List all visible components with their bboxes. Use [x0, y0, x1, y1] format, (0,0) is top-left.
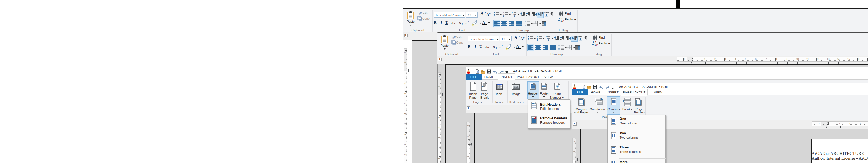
svg-text:A: A: [594, 44, 596, 47]
svg-text:A: A: [560, 20, 562, 23]
svg-text:3: 3: [514, 15, 515, 17]
svg-text:3: 3: [548, 39, 549, 41]
svg-text:B: B: [561, 17, 562, 20]
svg-text:C: C: [562, 20, 564, 23]
svg-text:A: A: [593, 41, 594, 44]
svg-text:#: #: [557, 86, 559, 89]
svg-text:C: C: [596, 44, 598, 47]
svg-text:B: B: [594, 41, 596, 44]
svg-text:3: 3: [503, 15, 504, 17]
svg-text:A: A: [559, 17, 560, 20]
svg-text:3: 3: [537, 39, 538, 41]
